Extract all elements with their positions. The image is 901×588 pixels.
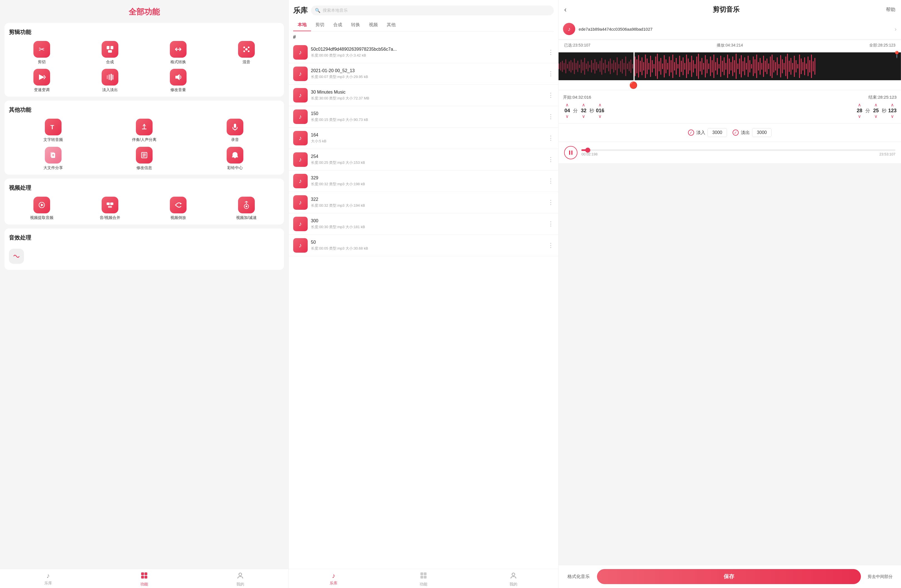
func-cut[interactable]: ✂ 剪切 — [9, 41, 75, 64]
start-hours-down[interactable]: ∨ — [566, 114, 569, 119]
song-more-5[interactable]: ⋮ — [548, 156, 554, 163]
song-more-4[interactable]: ⋮ — [548, 134, 554, 142]
song-item-3[interactable]: ♪ 150 长度:00:15 类型:mp3 大小:90.73 kB ⋮ — [289, 106, 558, 128]
song-name-9: 50 — [311, 240, 545, 245]
song-more-0[interactable]: ⋮ — [548, 49, 554, 56]
nav-mine-p1[interactable]: 我的 — [192, 572, 288, 587]
start-secs-down[interactable]: ∨ — [599, 114, 602, 119]
pause-button[interactable] — [564, 146, 577, 159]
svg-rect-173 — [778, 64, 779, 69]
svg-rect-40 — [424, 572, 427, 575]
func-bigfile[interactable]: 大文件分享 — [9, 147, 98, 170]
song-more-7[interactable]: ⋮ — [548, 199, 554, 206]
tab-cut[interactable]: 剪切 — [311, 19, 329, 31]
help-button[interactable]: 帮助 — [886, 6, 895, 13]
func-editinfo[interactable]: 修改信息 — [100, 147, 189, 170]
song-item-4[interactable]: ♪ 164 大小:5 kB ⋮ — [289, 128, 558, 149]
nav-mine-p2[interactable]: 我的 — [468, 572, 558, 587]
tab-convert[interactable]: 转换 — [347, 19, 365, 31]
time-controls: ∧ 04 ∨ 分 ∧ 32 ∨ 秒 ∧ 016 ∨ — [563, 103, 896, 119]
editor-title: 剪切音乐 — [713, 5, 739, 14]
song-item-5[interactable]: ♪ 254 长度:00:25 类型:mp3 大小:153 kB ⋮ — [289, 149, 558, 170]
song-more-3[interactable]: ⋮ — [548, 113, 554, 120]
func-speedvid[interactable]: 视频加/减速 — [214, 197, 279, 220]
start-mins-up[interactable]: ∧ — [582, 103, 585, 107]
back-button[interactable]: ‹ — [564, 5, 567, 14]
svg-rect-167 — [768, 64, 769, 69]
nav-library-p1[interactable]: ♪ 乐库 — [0, 572, 96, 587]
tab-video[interactable]: 视频 — [365, 19, 382, 31]
end-mins-down[interactable]: ∨ — [874, 114, 878, 119]
playhead-pin[interactable]: 🔴 — [629, 81, 638, 89]
func-merge[interactable]: 合成 — [77, 41, 143, 64]
song-item-7[interactable]: ♪ 322 长度:00:32 类型:mp3 大小:194 kB ⋮ — [289, 192, 558, 214]
nav-functions-p2[interactable]: 功能 — [379, 572, 468, 587]
svg-rect-146 — [732, 56, 733, 76]
end-secs-down[interactable]: ∨ — [891, 114, 894, 119]
svg-rect-133 — [710, 56, 711, 76]
func-fade[interactable]: 淡入淡出 — [77, 69, 143, 92]
panel-functions-title: 全部功能 — [0, 0, 288, 23]
svg-rect-128 — [701, 58, 703, 75]
save-button[interactable]: 保存 — [597, 569, 861, 584]
end-mins-up[interactable]: ∧ — [874, 103, 878, 107]
cut-middle-button[interactable]: 剪去中间部分 — [864, 571, 896, 583]
progress-bar[interactable] — [581, 149, 895, 151]
svg-rect-106 — [664, 55, 665, 78]
func-record[interactable]: 录音 — [191, 119, 279, 142]
tab-local[interactable]: 本地 — [293, 19, 311, 31]
start-secs-up[interactable]: ∧ — [599, 103, 602, 107]
song-info-3: 150 长度:00:15 类型:mp3 大小:90.73 kB — [311, 111, 545, 122]
nav-library-p2[interactable]: ♪ 乐库 — [289, 572, 379, 587]
func-ringtone[interactable]: 彩铃中心 — [191, 147, 279, 170]
search-bar[interactable]: 🔍 搜索本地音乐 — [311, 6, 554, 15]
svg-rect-107 — [666, 59, 667, 73]
fade-out-check[interactable]: ✓ — [733, 129, 739, 136]
song-more-6[interactable]: ⋮ — [548, 178, 554, 185]
song-item-6[interactable]: ♪ 329 长度:00:32 类型:mp3 大小:198 kB ⋮ — [289, 170, 558, 192]
progress-thumb[interactable] — [585, 148, 590, 153]
svg-rect-160 — [756, 55, 757, 78]
song-name-8: 300 — [311, 218, 545, 223]
song-more-2[interactable]: ⋮ — [548, 92, 554, 99]
end-secs-up[interactable]: ∧ — [891, 103, 894, 107]
song-item-2[interactable]: ♪ 30 Minutes Music 长度:30:00 类型:mp3 大小:72… — [289, 85, 558, 106]
fade-in-check[interactable]: ✓ — [688, 129, 694, 136]
song-more-8[interactable]: ⋮ — [548, 220, 554, 228]
nav-functions-p1[interactable]: 功能 — [96, 572, 192, 587]
svg-rect-134 — [712, 60, 713, 72]
func-mix[interactable]: 混音 — [214, 41, 279, 64]
start-mins-down[interactable]: ∨ — [582, 114, 585, 119]
func-volume[interactable]: 修改音量 — [145, 69, 211, 92]
func-speed[interactable]: 变速变调 — [9, 69, 75, 92]
fade-in-input[interactable] — [708, 128, 727, 137]
start-hours-up[interactable]: ∧ — [566, 103, 569, 107]
fade-out-input[interactable] — [752, 128, 772, 137]
svg-rect-60 — [585, 58, 585, 75]
track-icon: ♪ — [563, 23, 575, 35]
tab-compose[interactable]: 合成 — [329, 19, 347, 31]
song-item-0[interactable]: ♪ 50c01294df9d48902639978235bcb56c7a... … — [289, 42, 558, 63]
svg-rect-144 — [729, 58, 730, 74]
func-format[interactable]: 格式转换 — [145, 41, 211, 64]
waveform-container[interactable]: 📍 — [558, 50, 901, 90]
end-hours-down[interactable]: ∨ — [858, 114, 861, 119]
track-row[interactable]: ♪ ede7a1b89a4474cc03506aa98bad1027 › — [558, 19, 901, 39]
func-sfx1[interactable] — [9, 249, 24, 265]
song-item-9[interactable]: ♪ 50 长度:00:05 类型:mp3 大小:30.68 kB ⋮ — [289, 235, 558, 256]
format-music-button[interactable]: 格式化音乐 — [563, 571, 594, 583]
func-reverse[interactable]: 视频倒放 — [145, 197, 211, 220]
svg-rect-59 — [583, 62, 583, 70]
svg-rect-120 — [688, 58, 689, 74]
end-hours-up[interactable]: ∧ — [858, 103, 861, 107]
func-vocal[interactable]: 伴奏/人声分离 — [100, 119, 189, 142]
func-extract[interactable]: 视频提取音频 — [9, 197, 75, 220]
song-item-1[interactable]: ♪ 2021-01-20 00_52_13 长度:00:07 类型:mp3 大小… — [289, 63, 558, 85]
func-tts[interactable]: T 文字转音频 — [9, 119, 98, 142]
fade-icon — [101, 69, 118, 86]
func-avmerge[interactable]: 音/视频合并 — [77, 197, 143, 220]
tab-other[interactable]: 其他 — [382, 19, 400, 31]
song-more-1[interactable]: ⋮ — [548, 70, 554, 78]
song-more-9[interactable]: ⋮ — [548, 242, 554, 249]
song-item-8[interactable]: ♪ 300 长度:00:30 类型:mp3 大小:181 kB ⋮ — [289, 214, 558, 235]
